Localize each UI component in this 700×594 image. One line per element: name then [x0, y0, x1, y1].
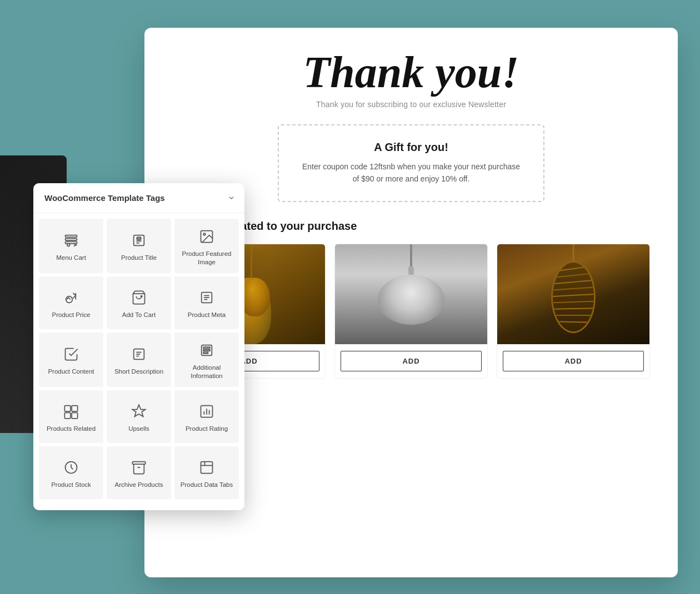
subtitle-text: Thank you for subscribing to our exclusi…	[172, 100, 650, 109]
woo-item-label-product-content: Product Content	[48, 368, 94, 376]
svg-rect-36	[132, 461, 145, 464]
svg-rect-28	[72, 405, 78, 411]
woo-item-label-archive-products: Archive Products	[115, 481, 163, 489]
product-meta-icon	[198, 289, 216, 306]
woo-item-product-meta[interactable]: Product Meta	[174, 276, 239, 329]
woocommerce-panel: WooCommerce Template Tags › Menu Cart Pr…	[33, 183, 244, 510]
gift-title: A Gift for you!	[301, 141, 521, 154]
woo-panel-header[interactable]: WooCommerce Template Tags ›	[33, 183, 244, 213]
woo-item-menu-cart[interactable]: Menu Cart	[39, 219, 103, 273]
woo-item-archive-products[interactable]: Archive Products	[107, 446, 171, 499]
chevron-down-icon: ›	[226, 197, 238, 200]
svg-point-3	[67, 244, 70, 246]
product-card-2: ADD	[334, 244, 488, 379]
woo-item-product-stock[interactable]: Product Stock	[39, 446, 103, 499]
woo-item-label-product-title: Product Title	[121, 254, 157, 262]
woo-item-label-products-related: Products Related	[47, 425, 96, 433]
woo-item-label-product-data-tabs: Product Data Tabs	[181, 481, 233, 489]
upsells-icon	[130, 402, 148, 420]
woo-item-upsells[interactable]: Upsells	[107, 390, 171, 443]
woo-panel-title: WooCommerce Template Tags	[44, 193, 165, 203]
woo-item-additional-information[interactable]: Additional Information	[174, 333, 239, 387]
woo-item-product-title[interactable]: Product Title	[107, 219, 171, 273]
svg-rect-24	[203, 347, 210, 348]
svg-rect-26	[203, 352, 208, 353]
woo-item-label-short-description: Short Description	[114, 368, 163, 376]
product-title-icon	[130, 231, 148, 249]
svg-rect-2	[66, 242, 77, 244]
woo-item-product-featured-image[interactable]: Product Featured Image	[174, 219, 239, 273]
svg-rect-27	[64, 405, 71, 411]
product-stock-icon	[62, 459, 80, 476]
woo-item-label-product-price: Product Price	[52, 311, 90, 319]
woo-item-short-description[interactable]: Short Description	[107, 333, 171, 387]
product-image-2	[335, 244, 487, 344]
gift-box: A Gift for you! Enter coupon code 12ftsn…	[278, 124, 544, 202]
gift-body: Enter coupon code 12ftsnb when you make …	[301, 160, 521, 185]
svg-rect-29	[64, 412, 71, 419]
woo-item-label-add-to-cart: Add To Cart	[122, 311, 156, 319]
product-data-tabs-icon	[198, 459, 216, 476]
woo-item-label-menu-cart: Menu Cart	[56, 254, 86, 262]
woo-item-products-related[interactable]: Products Related	[39, 390, 103, 443]
add-to-cart-icon	[130, 289, 148, 306]
woo-item-add-to-cart[interactable]: Add To Cart	[107, 276, 171, 329]
product-add-button-3[interactable]: ADD	[503, 351, 644, 371]
woo-item-label-product-meta: Product Meta	[188, 311, 226, 319]
thank-you-heading: Thank you!	[172, 50, 650, 94]
short-description-icon	[130, 345, 148, 363]
products-related-icon	[62, 402, 80, 420]
woo-item-label-product-featured-image: Product Featured Image	[179, 250, 234, 266]
woo-item-product-content[interactable]: Product Content	[39, 333, 103, 387]
product-image-3	[497, 244, 649, 344]
additional-information-icon	[198, 341, 216, 359]
archive-products-icon	[130, 459, 148, 476]
woo-item-product-data-tabs[interactable]: Product Data Tabs	[174, 446, 239, 499]
product-card-3: ADD	[497, 244, 650, 379]
woo-item-label-additional-information: Additional Information	[179, 364, 234, 380]
menu-cart-icon	[62, 231, 80, 249]
product-content-icon	[62, 345, 80, 363]
svg-rect-38	[201, 461, 213, 473]
product-price-icon	[62, 289, 80, 306]
svg-point-14	[141, 295, 142, 296]
woo-item-product-rating[interactable]: Product Rating	[174, 390, 239, 443]
svg-rect-30	[72, 412, 78, 419]
svg-rect-1	[66, 239, 77, 241]
svg-point-10	[203, 233, 206, 235]
woo-item-product-price[interactable]: Product Price	[39, 276, 103, 329]
product-featured-image-icon	[198, 228, 216, 245]
woo-items-grid: Menu Cart Product Title Product Featured…	[33, 213, 244, 505]
product-add-button-2[interactable]: ADD	[341, 351, 482, 371]
svg-rect-0	[66, 235, 77, 238]
thank-you-script-text: Thank you!	[172, 50, 650, 94]
woo-item-label-product-rating: Product Rating	[186, 425, 228, 433]
svg-rect-25	[203, 350, 210, 351]
woo-item-label-upsells: Upsells	[128, 425, 149, 433]
woo-item-label-product-stock: Product Stock	[51, 481, 91, 489]
product-rating-icon	[198, 402, 216, 420]
